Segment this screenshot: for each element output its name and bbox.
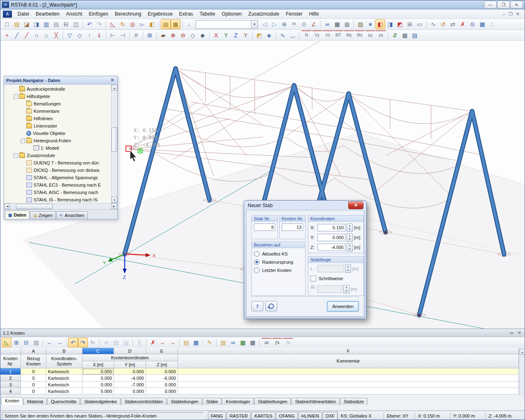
- table-scroll-up-icon[interactable]: ▲: [520, 349, 525, 355]
- 3d-model-viewport[interactable]: X Y Z X: 0.150 Y: 0.000: [0, 41, 525, 329]
- pick-in-graphic-button[interactable]: [265, 301, 277, 311]
- tab-knotenlager[interactable]: Knotenlager: [222, 398, 253, 405]
- menu-hilfe[interactable]: Hilfe: [306, 10, 322, 18]
- view-minus-y-icon[interactable]: Y: [241, 30, 251, 40]
- zoom-in-icon[interactable]: ⊕: [168, 30, 178, 40]
- navigator-close-icon[interactable]: ✕: [110, 78, 115, 83]
- dim-slope-icon[interactable]: ∠: [309, 19, 319, 29]
- tree-modell[interactable]: 1: Modell: [4, 144, 111, 152]
- mdi-close-button[interactable]: ✕: [516, 11, 520, 17]
- select-polygon-icon[interactable]: ◺: [108, 19, 118, 29]
- clipboard-icon[interactable]: ▤: [51, 19, 61, 29]
- tab-stabexzentrizitaeten[interactable]: Stabexzentrizitäten: [121, 398, 167, 405]
- tree-dickq[interactable]: DICKQ - Bemessung von dickwa: [4, 167, 111, 174]
- tab-stabteilungen[interactable]: Stabteilungen: [167, 398, 202, 405]
- coord-input[interactable]: 0.000: [317, 234, 345, 241]
- result-Mz-icon[interactable]: Mz: [354, 30, 365, 40]
- toggle-fang[interactable]: FANG: [208, 412, 226, 420]
- radio-aktuelles-ks[interactable]: Aktuelles KS: [254, 250, 303, 258]
- table-fx-icon[interactable]: ƒx: [272, 338, 283, 347]
- view-iso-icon[interactable]: ◇: [188, 30, 198, 40]
- x-cell[interactable]: 0.000: [82, 381, 114, 388]
- tab-stabnichtlinearitaeten[interactable]: Stabnichtlinearitäten: [291, 398, 340, 405]
- render-mode-icon[interactable]: ▨: [356, 19, 365, 29]
- comment-cell[interactable]: [178, 381, 519, 388]
- save-icon[interactable]: ▥: [41, 19, 51, 29]
- table-clear-icon[interactable]: ╳: [135, 338, 144, 347]
- nav-tab-daten[interactable]: ▦ Daten: [5, 210, 30, 219]
- column-b-header[interactable]: B: [46, 348, 82, 354]
- open-archive-icon[interactable]: ◪: [22, 19, 32, 29]
- new-member2-icon[interactable]: ╱: [22, 30, 32, 40]
- zoom-out-icon[interactable]: ⊖: [178, 30, 188, 40]
- y-cell[interactable]: 0.000: [114, 368, 146, 375]
- z-cell[interactable]: -6.000: [146, 375, 178, 381]
- table-calc-icon[interactable]: ▩: [248, 338, 258, 347]
- snap-icon[interactable]: ∗: [365, 19, 375, 29]
- table-abc-icon[interactable]: ab: [261, 338, 272, 347]
- bezug-cell[interactable]: 0: [21, 388, 46, 395]
- knoten-row-1[interactable]: 1 0 Kartesisch 0.000 0.000 0.000: [0, 368, 519, 375]
- restore-button[interactable]: ❐: [497, 1, 510, 9]
- hinge-icon[interactable]: ◇: [75, 30, 84, 40]
- scroll-left-icon[interactable]: ◀: [5, 203, 10, 209]
- coord-spinner[interactable]: ▲▼: [347, 224, 353, 232]
- toggle-raster[interactable]: RASTER: [227, 412, 251, 420]
- scroll-down-icon[interactable]: ▼: [112, 197, 117, 203]
- tree-visuelle-objekte[interactable]: Visuelle Objekte: [4, 130, 111, 137]
- insert-node-icon[interactable]: ↓: [184, 19, 194, 29]
- table-edit-mode-icon[interactable]: ◺: [2, 338, 11, 347]
- render-solid-icon[interactable]: ▰: [158, 30, 168, 40]
- tab-material[interactable]: Material: [23, 398, 47, 405]
- animation-icon[interactable]: ⇵: [390, 30, 400, 40]
- z-cell[interactable]: 0.000: [146, 368, 178, 375]
- table-refresh-icon[interactable]: ↻: [88, 338, 98, 347]
- table-row-append-icon[interactable]: →: [168, 338, 178, 347]
- navigator-vertical-scrollbar[interactable]: ▲ ▼: [111, 84, 117, 203]
- table-delete-red-icon[interactable]: ✗: [148, 338, 158, 347]
- table-col-left-icon[interactable]: ←: [45, 338, 55, 347]
- row-number-cell[interactable]: 2: [0, 375, 21, 381]
- menu-tabelle[interactable]: Tabelle: [196, 10, 219, 18]
- table-delete-row-icon[interactable]: ⊟: [21, 338, 31, 347]
- print-icon[interactable]: ⊟: [61, 19, 71, 29]
- bezug-cell[interactable]: 0: [21, 375, 46, 381]
- dim-xx-icon[interactable]: ˣˣ: [289, 19, 299, 29]
- table-paste-icon[interactable]: ▤: [121, 338, 131, 347]
- tree-stahl-ec3[interactable]: STAHL EC3 - Bemessung nach E: [4, 181, 111, 189]
- result-Vz-icon[interactable]: Vz: [322, 30, 333, 40]
- table-close-icon[interactable]: ✕: [518, 330, 521, 336]
- radio-icon[interactable]: [254, 251, 260, 257]
- calculator-icon[interactable]: ▦: [477, 19, 487, 29]
- next-view-icon[interactable]: ▷: [269, 19, 279, 29]
- menu-berechnung[interactable]: Berechnung: [112, 10, 145, 18]
- row-number-cell[interactable]: 4: [0, 388, 21, 395]
- table-add-icon[interactable]: ⊕: [101, 338, 111, 347]
- show-tables-icon[interactable]: ▦: [171, 19, 180, 29]
- z-cell[interactable]: 0.000: [146, 388, 178, 395]
- tab-stabbettungen[interactable]: Stabbettungen: [254, 398, 291, 405]
- table-notes-icon[interactable]: ✎: [205, 338, 215, 347]
- eccentricity-icon[interactable]: ↑: [84, 30, 94, 40]
- panel-display-icon[interactable]: ▦: [332, 19, 342, 29]
- table-glasses-icon[interactable]: ∞: [228, 338, 238, 347]
- comment-cell[interactable]: [178, 375, 519, 381]
- view-combo-box[interactable]: ▼: [196, 20, 258, 29]
- table-col-right-icon[interactable]: →: [55, 338, 64, 347]
- dimension-icon[interactable]: ⊢: [108, 30, 118, 40]
- table-fx-off-icon[interactable]: ƒx: [283, 338, 293, 347]
- system-cell[interactable]: Kartesisch: [46, 388, 82, 395]
- coord-input[interactable]: 0.150: [317, 224, 345, 231]
- block-icon[interactable]: ⊞: [145, 30, 155, 40]
- delete-icon[interactable]: ✗: [458, 19, 468, 29]
- bezug-cell[interactable]: 0: [21, 381, 46, 388]
- table-row-remove-icon[interactable]: ←: [158, 338, 168, 347]
- glasses-icon[interactable]: ∞: [322, 19, 332, 29]
- radio-icon[interactable]: [254, 259, 260, 265]
- select-window-icon[interactable]: ▭: [415, 19, 425, 29]
- tree-hilfslinien[interactable]: Hilfslinien: [4, 115, 111, 122]
- view-y-icon[interactable]: Y: [221, 30, 231, 40]
- knoten-row-2[interactable]: 2 0 Kartesisch 0.000 -4.000 -6.000: [0, 375, 519, 381]
- prev-view-icon[interactable]: ◁: [260, 19, 269, 29]
- column-c-header[interactable]: C: [82, 348, 114, 354]
